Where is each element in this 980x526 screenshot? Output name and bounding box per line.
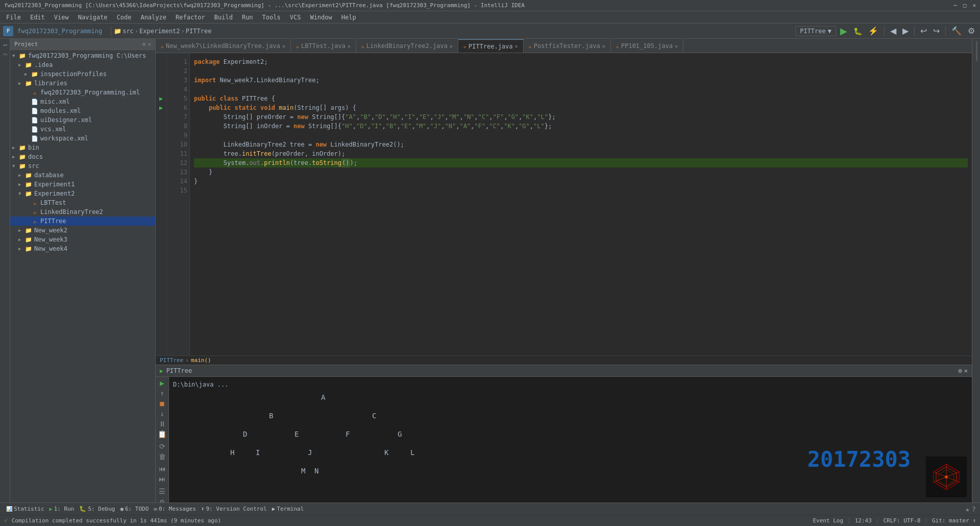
status-todo[interactable]: ◉ 6: TODO: [118, 506, 151, 512]
tab-close-3[interactable]: ✕: [450, 43, 453, 49]
status-run[interactable]: ▶ 1: Run: [47, 506, 77, 512]
tree-item-workspace[interactable]: ▶ 📄 workspace.xml: [10, 134, 155, 143]
tree-item-libraries[interactable]: ▶ 📁 libraries: [10, 79, 155, 88]
run-prev-btn[interactable]: ⏮: [157, 465, 167, 473]
menu-item-tools[interactable]: Tools: [258, 13, 285, 22]
undo-button[interactable]: ↩: [918, 25, 929, 37]
status-debug[interactable]: 🐛 5: Debug: [77, 506, 117, 512]
favorites-icon[interactable]: ★: [965, 505, 969, 513]
left-icon-2[interactable]: 2: [1, 50, 9, 58]
tab-close-1[interactable]: ✕: [282, 43, 285, 49]
close-btn[interactable]: ✕: [972, 2, 976, 9]
tree-item-experiment2[interactable]: ▼ 📁 Experiment2: [10, 189, 155, 198]
tree-item-bin[interactable]: ▶ 📁 bin: [10, 143, 155, 152]
project-panel-close[interactable]: ✕: [148, 41, 151, 47]
project-name[interactable]: fwq20172303_Programming: [17, 28, 102, 35]
project-panel-settings[interactable]: ⚙: [142, 41, 146, 47]
menu-item-code[interactable]: Code: [113, 13, 136, 22]
event-log-link[interactable]: Event Log: [813, 517, 843, 524]
run-next-btn[interactable]: ⏭: [157, 475, 167, 483]
status-terminal[interactable]: ▶ Terminal: [270, 506, 306, 512]
left-icon-1[interactable]: 1: [1, 41, 9, 49]
menu-item-help[interactable]: Help: [337, 13, 360, 22]
menu-item-edit[interactable]: Edit: [26, 13, 49, 22]
breadcrumb-pittree[interactable]: PITTree: [186, 28, 212, 35]
tree-item-uidesigner[interactable]: ▶ 📄 uiDesigner.xml: [10, 115, 155, 125]
menu-item-view[interactable]: View: [50, 13, 73, 22]
minimize-btn[interactable]: ─: [953, 2, 957, 9]
menu-item-build[interactable]: Build: [210, 13, 237, 22]
tab-linkedbinarytree[interactable]: ☕ New_week7\LinkedBinaryTree.java ✕: [156, 39, 291, 53]
run-play-btn[interactable]: ▶: [157, 379, 167, 387]
tree-item-vcs[interactable]: ▶ 📄 vcs.xml: [10, 125, 155, 134]
run-settings-btn2[interactable]: ⚙: [157, 497, 167, 503]
tree-item-src[interactable]: ▼ 📁 src: [10, 161, 155, 171]
tree-item-iml[interactable]: ▶ ☕ fwq20172303_Programming.iml: [10, 88, 155, 97]
tree-item-week2[interactable]: ▶ 📁 New_week2: [10, 226, 155, 235]
build-button[interactable]: 🔨: [949, 25, 964, 37]
settings-button[interactable]: ⚙: [966, 25, 977, 37]
run-settings[interactable]: ⚙ ✕: [959, 367, 968, 374]
tree-item-week3[interactable]: ▶ 📁 New_week3: [10, 235, 155, 244]
tree-item-modules[interactable]: ▶ 📄 modules.xml: [10, 106, 155, 115]
tab-postfix[interactable]: ☕ PostfixTester.java ✕: [524, 39, 611, 53]
breadcrumb-main-method[interactable]: main(): [191, 357, 211, 364]
breadcrumb-pittree-class[interactable]: PITTree: [160, 357, 183, 364]
tree-item-misc[interactable]: ▶ 📄 misc.xml: [10, 97, 155, 106]
menu-item-run[interactable]: Run: [238, 13, 257, 22]
tab-close-6[interactable]: ✕: [675, 43, 678, 49]
tree-item-week4[interactable]: ▶ 📁 New_week4: [10, 244, 155, 253]
tree-item-experiment1[interactable]: ▶ 📁 Experiment1: [10, 180, 155, 189]
menu-item-analyze[interactable]: Analyze: [136, 13, 170, 22]
menu-item-vcs[interactable]: VCS: [286, 13, 305, 22]
code-editor[interactable]: ▶ ▶ 1 2 3 4 5 6 7 8 9 10: [156, 53, 972, 365]
run-scroll-btn[interactable]: ⟳: [157, 442, 167, 450]
tree-item-lbt2[interactable]: ▶ ☕ LinkedBinaryTree2: [10, 207, 155, 217]
menu-item-file[interactable]: File: [2, 13, 25, 22]
breadcrumb-src[interactable]: src: [122, 28, 134, 35]
breadcrumb-experiment2[interactable]: Experiment2: [139, 28, 180, 35]
tab-close-5[interactable]: ✕: [602, 43, 605, 49]
run-clear-btn[interactable]: 🗑: [157, 452, 167, 461]
scrollbar-indicator[interactable]: [976, 41, 977, 61]
menu-item-refactor[interactable]: Refactor: [172, 13, 209, 22]
help-icon[interactable]: ?: [972, 505, 976, 513]
run-stop-btn[interactable]: ■: [157, 399, 167, 408]
run-button[interactable]: ▶: [838, 25, 849, 37]
status-messages[interactable]: ✉ 0: Messages: [152, 506, 198, 512]
tree-item-idea[interactable]: ▶ 📁 .idea: [10, 60, 155, 69]
menu-item-navigate[interactable]: Navigate: [74, 13, 112, 22]
tab-lbt2[interactable]: ☕ LinkedBinaryTree2.java ✕: [356, 39, 458, 53]
run-output[interactable]: D:\bin\java ... A B C D E F G: [169, 377, 972, 503]
tab-close-2[interactable]: ✕: [348, 43, 351, 49]
tab-pp101[interactable]: ☕ PP101_105.java ✕: [611, 39, 683, 53]
inspection-arrow: ▶: [24, 71, 31, 77]
code-content[interactable]: package Experiment2; import New_week7.Li…: [190, 53, 972, 355]
run-dump-btn[interactable]: 📋: [157, 430, 167, 438]
menu-item-window[interactable]: Window: [306, 13, 336, 22]
run-config-selector[interactable]: PITTree ▼: [795, 26, 836, 36]
tab-close-4[interactable]: ✕: [515, 43, 518, 49]
tree-item-pittree[interactable]: ▶ ☕ PITTree: [10, 217, 155, 226]
status-vcs[interactable]: ⬆ 9: Version Control: [199, 506, 269, 512]
run-pause-btn[interactable]: ⏸: [157, 420, 167, 428]
run-list-btn[interactable]: ☰: [157, 487, 167, 495]
tree-item-inspection[interactable]: ▶ 📁 inspectionProfiles: [10, 69, 155, 79]
run-settings-icon[interactable]: ⚙: [959, 367, 962, 374]
debug-button[interactable]: 🐛: [851, 25, 864, 37]
back-button[interactable]: ◀: [888, 25, 898, 37]
tree-root[interactable]: ▼ 📁 fwq20172303_Programming C:\Users: [10, 51, 155, 60]
tree-item-docs[interactable]: ▶ 📁 docs: [10, 152, 155, 161]
forward-button[interactable]: ▶: [900, 25, 911, 37]
maximize-btn[interactable]: □: [963, 2, 967, 9]
status-statistic[interactable]: 📊 Statistic: [4, 506, 46, 512]
tab-pittree[interactable]: ☕ PITTree.java ✕: [458, 39, 524, 53]
run-close-icon[interactable]: ✕: [964, 367, 968, 374]
run-down-btn[interactable]: ↓: [157, 410, 167, 418]
redo-button[interactable]: ↪: [931, 25, 942, 37]
tab-lbttest[interactable]: ☕ LBTTest.java ✕: [291, 39, 356, 53]
tree-item-database[interactable]: ▶ 📁 database: [10, 171, 155, 180]
coverage-button[interactable]: ⚡: [866, 25, 880, 37]
run-up-btn[interactable]: ↑: [157, 389, 167, 397]
tree-item-lbttest[interactable]: ▶ ☕ LBTTest: [10, 198, 155, 207]
